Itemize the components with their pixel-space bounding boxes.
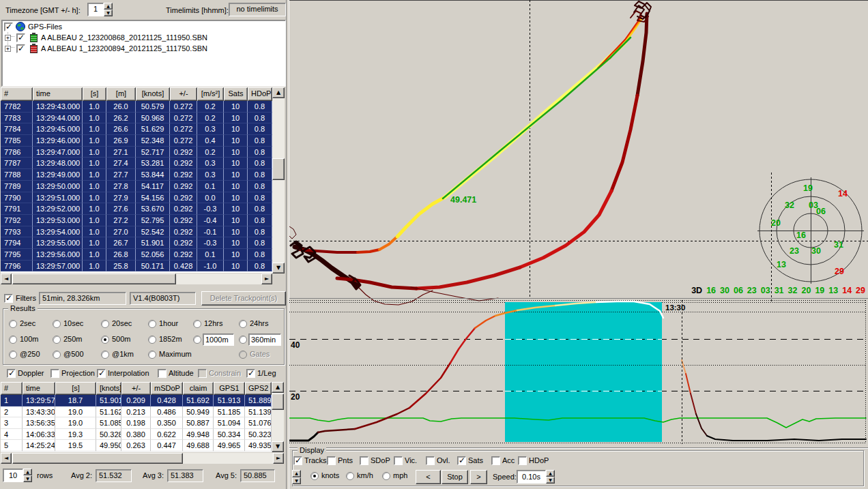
display-checkbox-vic[interactable] [394, 456, 403, 465]
results-radio-24hrs[interactable] [239, 320, 247, 328]
column-header-claim[interactable]: claim [183, 382, 214, 395]
timelimits-field[interactable]: no timelimits [229, 3, 286, 16]
table-row[interactable]: 779313:29:54.0001.027.052.5420.292-0.110… [1, 226, 272, 238]
tree-file-checkbox[interactable] [16, 44, 25, 53]
table-row[interactable]: 514:25:2419.549.9500.2630.44749.68849.96… [1, 440, 272, 451]
scroll-up-icon[interactable]: ▲ [272, 87, 285, 98]
display-checkbox-hdop[interactable] [518, 456, 527, 465]
scroll-left-icon[interactable]: ◄ [1, 453, 12, 464]
column-header-item[interactable]: # [1, 382, 23, 395]
spin-down-icon[interactable]: ▼ [104, 10, 113, 16]
column-header-m-s[interactable]: [m/s²] [197, 87, 224, 101]
column-header-item[interactable]: +/- [170, 87, 197, 101]
column-header-gps1[interactable]: GPS1 [214, 382, 245, 395]
scroll-up-icon[interactable]: ▲ [272, 382, 284, 393]
display-checkbox-sats[interactable] [457, 456, 466, 465]
options-checkbox-interpolation[interactable] [97, 369, 106, 378]
column-header-item[interactable]: +/- [121, 382, 151, 395]
spin-down-icon[interactable]: ▼ [23, 475, 32, 482]
results-radio-1km[interactable] [101, 351, 109, 359]
table-row[interactable]: 779513:29:56.0001.026.852.0560.2920.1100… [1, 249, 272, 261]
display-checkbox-ovl[interactable] [426, 456, 435, 465]
display-checkbox-sdop[interactable] [360, 456, 368, 465]
units-radio-km-h[interactable] [346, 472, 354, 480]
results-radio-360min[interactable] [239, 336, 247, 344]
scroll-thumb[interactable] [12, 453, 183, 464]
filters-checkbox[interactable] [4, 294, 13, 303]
results-radio-1000m[interactable] [193, 336, 201, 344]
column-header-s[interactable]: [s] [83, 87, 106, 101]
table-row[interactable]: 779013:29:51.0001.027.954.1560.2920.0100… [1, 192, 272, 204]
units-radio-knots[interactable] [310, 472, 319, 480]
delete-trackpoints-button[interactable]: Delete Trackpoint(s) [201, 291, 286, 306]
table-row[interactable]: 779613:29:57.0001.025.850.1710.428-1.010… [1, 261, 272, 272]
expand-plus-icon[interactable]: + [5, 46, 11, 52]
table-row[interactable]: 778813:29:49.0001.027.753.8440.2920.3100… [1, 169, 272, 181]
results-radio-500m[interactable] [101, 336, 109, 344]
expand-plus-icon[interactable]: + [5, 35, 11, 41]
spin-down-icon[interactable]: ▼ [546, 477, 555, 484]
column-header-s[interactable]: [s] [55, 382, 96, 395]
options-checkbox-constrain[interactable] [198, 369, 207, 378]
column-header-item[interactable]: # [1, 87, 33, 101]
spin-up-icon[interactable]: ▲ [292, 470, 301, 477]
column-header-hdop[interactable]: HDoP [248, 87, 272, 101]
table-row[interactable]: 779113:29:52.0001.027.653.6700.292-0.310… [1, 203, 272, 215]
table-row[interactable]: 778913:29:50.0001.027.854.1170.2920.1100… [1, 181, 272, 192]
column-header-knots[interactable]: [knots] [96, 382, 121, 395]
tree-root-label[interactable]: GPS-Files [28, 23, 62, 31]
results-radio-1hour[interactable] [148, 320, 156, 328]
playback-speed-input[interactable]: 0.10s [517, 470, 546, 484]
column-header-time[interactable]: time [33, 87, 83, 101]
options-checkbox-doppler[interactable] [7, 369, 16, 378]
scroll-down-icon[interactable]: ▼ [272, 441, 284, 452]
timezone-spinner[interactable]: ▲ ▼ [104, 3, 113, 16]
table-row[interactable]: 778613:29:47.0001.027.152.7170.2920.2100… [1, 147, 272, 158]
results-radio-gates[interactable] [239, 351, 247, 359]
spin-up-icon[interactable]: ▲ [104, 3, 113, 10]
table-row[interactable]: 313:56:3519.051.0850.1980.35050.88751.09… [1, 417, 272, 429]
scroll-left-icon[interactable]: ◄ [1, 273, 12, 284]
rows-count-input[interactable]: 10 [3, 469, 23, 482]
track-table-vscrollbar[interactable] [272, 87, 285, 273]
scroll-thumb[interactable] [272, 394, 284, 410]
table-row[interactable]: 778413:29:45.0001.026.651.6290.2720.3100… [1, 123, 272, 135]
table-row[interactable]: 779413:29:55.0001.026.751.9010.292-0.310… [1, 237, 272, 249]
tree-file-label[interactable]: A ALBEAU 1_123200894_20121125_111750.SBN [41, 44, 207, 53]
playback-back-button[interactable]: < [416, 470, 441, 484]
tree-file-checkbox[interactable] [16, 33, 25, 42]
map-and-chart-canvas[interactable]: 19143203062016233031132949.47113:304020 [289, 0, 868, 447]
results-radio-250[interactable] [9, 351, 17, 359]
column-header-sats[interactable]: Sats [224, 87, 248, 101]
scroll-down-icon[interactable]: ▼ [272, 263, 285, 273]
column-header-msdop[interactable]: mSDoP [151, 382, 183, 395]
results-radio-20sec[interactable] [101, 320, 109, 328]
results-radio-12hrs[interactable] [193, 320, 201, 328]
spin-up-icon[interactable]: ▲ [546, 470, 555, 477]
column-header-gps2[interactable]: GPS2 [245, 382, 272, 395]
playback-position-spinner[interactable]: ▲ ▼ [292, 470, 301, 484]
results-radio-1852m[interactable] [148, 336, 156, 344]
playback-speed-spinner[interactable]: ▲ ▼ [546, 470, 555, 484]
results-radio-maximum[interactable] [148, 351, 156, 359]
table-row[interactable]: 778513:29:46.0001.026.952.3480.2720.4100… [1, 135, 272, 147]
units-radio-mph[interactable] [382, 472, 390, 480]
tree-file-label[interactable]: A ALBEAU 2_123200868_20121125_111950.SBN [41, 33, 207, 42]
display-checkbox-tracks[interactable] [293, 456, 302, 465]
column-header-m[interactable]: [m] [106, 87, 136, 101]
results-radio-2sec[interactable] [9, 320, 17, 328]
scroll-thumb[interactable] [272, 158, 285, 180]
table-row[interactable]: 778213:29:43.0001.026.050.5790.2720.2100… [1, 101, 272, 113]
results-custom-input[interactable]: 1000m [203, 334, 234, 346]
results-custom-input[interactable]: 360min [248, 334, 281, 346]
display-checkbox-pnts[interactable] [327, 456, 336, 465]
results-radio-100m[interactable] [9, 336, 17, 344]
table-row[interactable]: 779213:29:53.0001.027.252.7950.292-0.410… [1, 215, 272, 226]
options-checkbox-projection[interactable] [50, 369, 59, 378]
spin-down-icon[interactable]: ▼ [292, 477, 301, 485]
options-checkbox-1-leg[interactable] [246, 369, 255, 378]
table-row[interactable]: 778313:29:44.0001.026.250.9680.2720.2100… [1, 113, 272, 124]
tree-root-checkbox[interactable] [4, 23, 13, 31]
column-header-knots[interactable]: [knots] [136, 87, 170, 101]
playback-stop-button[interactable]: Stop [442, 470, 468, 484]
